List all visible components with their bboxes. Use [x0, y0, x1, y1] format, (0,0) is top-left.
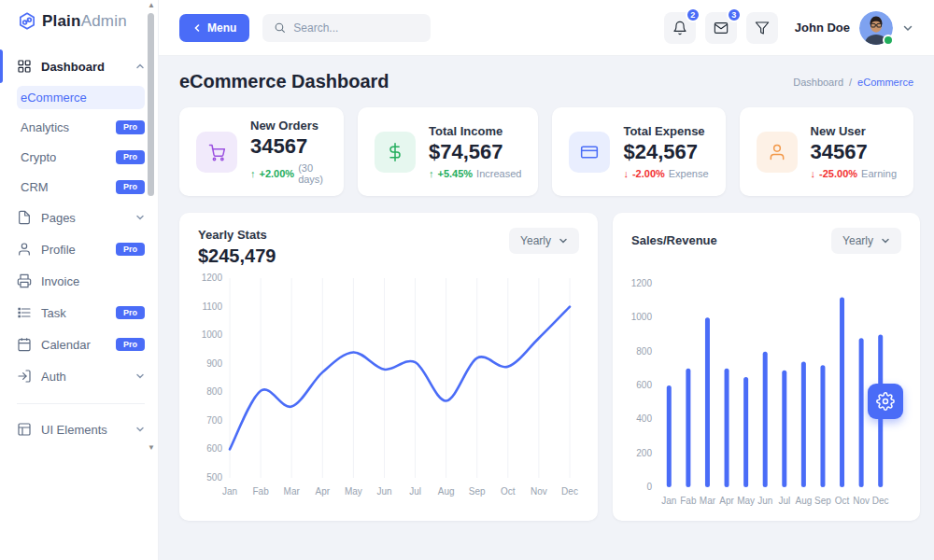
breadcrumb-dashboard[interactable]: Dashboard	[793, 77, 843, 88]
scroll-up-icon[interactable]: ▲	[146, 0, 157, 11]
notification-count-badge: 2	[686, 7, 700, 22]
sales-revenue-range-select[interactable]: Yearly	[831, 228, 901, 254]
yearly-stats-title: Yearly Stats	[198, 228, 276, 242]
sidebar-item-calendar[interactable]: Calendar Pro	[17, 332, 145, 357]
axis-tick-label: Nov	[531, 486, 547, 497]
stats-row: New Orders 34567 ↑ +2.00% (30 days)	[179, 107, 913, 196]
axis-tick-label: Jan	[222, 486, 237, 497]
sidebar-item-profile[interactable]: Profile Pro	[17, 237, 145, 261]
sidebar-item-crm[interactable]: CRM Pro	[17, 175, 145, 199]
stat-card-new-orders: New Orders 34567 ↑ +2.00% (30 days)	[179, 107, 344, 196]
search-box	[262, 14, 431, 42]
scroll-down-icon[interactable]: ▼	[146, 442, 157, 454]
login-icon	[17, 369, 32, 384]
online-status-dot	[883, 35, 894, 46]
user-menu-chevron-icon[interactable]	[902, 22, 913, 34]
bell-icon	[672, 21, 687, 35]
page-title: eCommerce Dashboard	[179, 71, 389, 92]
search-icon	[274, 21, 286, 34]
axis-tick-label: Sep	[469, 486, 486, 497]
user-avatar[interactable]	[859, 11, 893, 45]
filter-button[interactable]	[746, 12, 778, 44]
pro-badge: Pro	[116, 306, 145, 320]
chevron-down-icon	[135, 371, 145, 381]
layout-icon	[17, 422, 32, 437]
active-accent-bar	[0, 49, 3, 83]
sidebar-item-dashboard[interactable]: Dashboard	[17, 54, 145, 78]
dollar-icon	[375, 132, 416, 173]
axis-tick-label: Apr	[719, 496, 734, 506]
breadcrumb: Dashboard / eCommerce	[793, 77, 913, 88]
axis-tick-label: 800	[636, 346, 652, 357]
sidebar-divider	[17, 403, 145, 404]
settings-fab-button[interactable]	[868, 384, 903, 419]
message-count-badge: 3	[727, 7, 742, 22]
brand-hexagon-icon	[17, 11, 37, 32]
axis-tick-label: 500	[206, 472, 222, 483]
bar-series	[743, 377, 748, 487]
charts-row: Yearly Stats $245,479 Yearly JanFabMarAp…	[179, 213, 913, 521]
breadcrumb-separator: /	[849, 77, 852, 88]
axis-tick-label: Fab	[252, 486, 269, 497]
axis-tick-label: Fab	[680, 496, 697, 506]
brand-logo[interactable]: PlainAdmin	[17, 11, 145, 32]
person-icon	[757, 132, 798, 173]
sidebar-item-auth[interactable]: Auth	[17, 364, 145, 388]
axis-tick-label: Jun	[376, 486, 391, 497]
chevron-down-icon	[135, 213, 145, 222]
chevron-up-icon	[135, 62, 145, 71]
bar-series	[763, 352, 768, 487]
axis-tick-label: Oct	[501, 486, 516, 497]
top-header: Menu 2 3 John Doe	[159, 0, 934, 56]
chevron-down-icon	[559, 236, 568, 245]
sidebar-item-analytics[interactable]: Analytics Pro	[17, 116, 145, 139]
sidebar-item-pages[interactable]: Pages	[17, 205, 145, 230]
dashboard-icon	[17, 59, 32, 74]
scrollbar-thumb[interactable]	[148, 13, 154, 196]
line-series	[230, 307, 570, 450]
cart-icon	[196, 132, 237, 173]
credit-card-icon	[569, 132, 610, 173]
search-input[interactable]	[293, 21, 415, 35]
sidebar-item-task[interactable]: Task Pro	[17, 301, 145, 325]
axis-tick-label: Jul	[778, 496, 790, 506]
yearly-stats-line-chart: JanFabMarAprMayJunJulAugSepOctNovDec5006…	[198, 271, 579, 506]
axis-tick-label: Apr	[315, 486, 330, 497]
breadcrumb-ecommerce[interactable]: eCommerce	[857, 77, 913, 88]
axis-tick-label: May	[737, 496, 755, 506]
brand-name: PlainAdmin	[42, 12, 127, 31]
pro-badge: Pro	[116, 120, 145, 134]
axis-tick-label: 1200	[202, 273, 223, 283]
calendar-icon	[17, 337, 32, 352]
sidebar-scrollbar[interactable]: ▲ ▼	[146, 0, 157, 454]
menu-toggle-button[interactable]: Menu	[179, 14, 249, 42]
bar-series	[820, 365, 825, 487]
axis-tick-label: Mar	[700, 496, 716, 506]
sidebar-item-invoice[interactable]: Invoice	[17, 269, 145, 293]
axis-tick-label: 800	[206, 386, 222, 397]
sidebar-item-ui-elements[interactable]: UI Elements	[17, 417, 145, 441]
app-window: PlainAdmin Dashboard eCommerce Analytics…	[0, 0, 934, 560]
bar-series	[667, 385, 672, 487]
stat-delta: ↑ +2.00% (30 days)	[250, 162, 327, 185]
funnel-icon	[755, 21, 770, 35]
sidebar-item-crypto[interactable]: Crypto Pro	[17, 146, 145, 169]
axis-tick-label: 0	[646, 482, 652, 492]
axis-tick-label: Jun	[757, 496, 772, 506]
gear-icon	[876, 392, 895, 411]
bar-series	[686, 369, 690, 487]
messages-button[interactable]: 3	[705, 12, 737, 44]
stat-delta: ↓ -25.00% Earning	[811, 168, 897, 179]
yearly-stats-range-select[interactable]: Yearly	[509, 228, 579, 254]
header-actions: 2 3 John Doe	[664, 11, 913, 45]
axis-tick-label: Aug	[438, 486, 455, 497]
axis-tick-label: Nov	[853, 496, 870, 506]
stat-delta: ↓ -2.00% Expense	[623, 168, 708, 179]
axis-tick-label: 1000	[202, 329, 223, 340]
bar-series	[725, 369, 729, 487]
axis-tick-label: Jan	[661, 496, 676, 506]
sidebar-item-ecommerce[interactable]: eCommerce	[17, 86, 145, 109]
main-area: eCommerce Dashboard Dashboard / eCommerc…	[159, 56, 934, 521]
axis-tick-label: 600	[206, 443, 222, 454]
notifications-button[interactable]: 2	[664, 12, 696, 44]
